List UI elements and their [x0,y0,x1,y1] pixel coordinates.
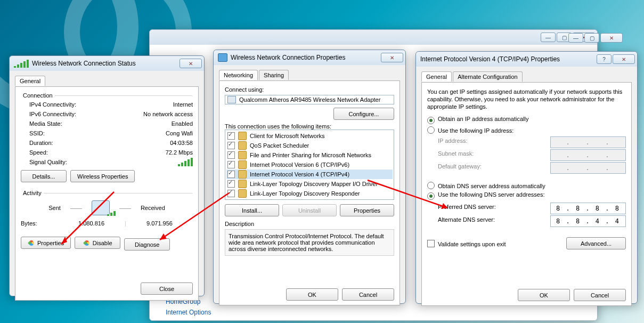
win3-close-button[interactable]: ✕ [613,54,635,64]
network-item[interactable]: Link-Layer Topology Discovery Mapper I/O… [226,179,393,189]
diagnose-button[interactable]: Diagnose [124,238,170,251]
tab-sharing[interactable]: Sharing [259,70,289,80]
preferred-dns-field[interactable]: 8 . 8 . 8 . 8 [550,203,626,214]
checkbox-icon[interactable] [227,171,235,178]
protocol-icon [238,160,247,169]
radio-use-ip[interactable]: Use the following IP address: [427,126,513,134]
wireless-status-window: Wireless Network Connection Status ✕ Gen… [9,55,205,296]
bg-min-button[interactable]: — [541,33,556,42]
cancel-button[interactable]: Cancel [342,288,394,301]
checkbox-icon[interactable] [227,132,235,140]
win1-close-button[interactable]: ✕ [180,59,202,68]
network-item[interactable]: Internet Protocol Version 6 (TCP/IPv6) [226,160,393,169]
checkbox-icon[interactable] [227,142,235,149]
item-properties-button[interactable]: Properties [340,204,394,216]
protocol-icon [238,170,247,179]
checkbox-icon[interactable] [227,161,235,168]
internet-options-link[interactable]: Internet Options [166,309,211,316]
network-item[interactable]: Link-Layer Topology Discovery Responder [226,189,393,198]
alternate-dns-field[interactable]: 8 . 8 . 4 . 4 [550,215,626,227]
radio-obtain-ip-auto[interactable]: Obtain an IP address automatically [427,116,528,122]
outer-close-button[interactable]: ✕ [600,33,623,43]
network-item[interactable]: File and Printer Sharing for Microsoft N… [226,150,393,160]
signal-quality-icon [178,158,193,166]
tab-networking[interactable]: Networking [219,70,258,80]
ok-button[interactable]: OK [518,289,570,301]
ip-address-field: . . . [550,136,626,148]
network-item[interactable]: Internet Protocol Version 4 (TCP/IPv4) [226,169,393,179]
close-button[interactable]: Close [141,282,193,295]
qos-icon [238,141,247,150]
disable-button[interactable]: Disable [75,237,120,249]
client-icon [238,132,247,140]
lltd-icon [238,189,247,198]
win3-help-button[interactable]: ? [597,54,612,64]
signal-icon [14,59,29,68]
adapter-field[interactable]: Qualcomm Atheros AR9485 Wireless Network… [225,95,394,104]
install-button[interactable]: Install... [225,204,279,216]
radio-obtain-dns-auto[interactable]: Obtain DNS server address automatically [427,183,545,189]
network-icon [218,53,227,62]
tab-general-ipv4[interactable]: General [421,71,452,82]
properties-button[interactable]: Properties [21,237,71,249]
outer-max-button[interactable]: ▢ [584,33,599,43]
configure-button[interactable]: Configure... [333,108,394,120]
description-box: Transmission Control Protocol/Internet P… [225,229,394,256]
checkbox-icon[interactable] [227,190,235,197]
ok-button[interactable]: OK [286,288,338,301]
fps-icon [238,151,247,159]
win1-title: Wireless Network Connection Status [32,60,180,67]
network-items-list[interactable]: Client for Microsoft NetworksQoS Packet … [225,130,394,200]
bytes-received-value: 9.071.956 [126,219,193,228]
checkbox-icon[interactable] [227,151,235,159]
adapter-icon [227,96,236,103]
details-button[interactable]: Details... [21,170,67,182]
ipv4-properties-window: Internet Protocol Version 4 (TCP/IPv4) P… [415,51,638,304]
validate-checkbox[interactable]: Validate settings upon exit [427,240,506,247]
outer-min-button[interactable]: — [568,33,583,43]
advanced-button[interactable]: Advanced... [566,237,626,249]
tab-general[interactable]: General [15,76,45,86]
checkbox-icon[interactable] [227,180,235,188]
connection-group: Connection IPv4 Connectivity:Internet IP… [21,92,193,185]
bytes-sent-value: 1.080.816 [58,219,125,228]
default-gateway-field: . . . [550,162,626,174]
shield-icon [83,239,91,247]
network-item[interactable]: Client for Microsoft Networks [226,131,393,141]
win2-title: Wireless Network Connection Properties [231,54,381,61]
uninstall-button: Uninstall [282,204,337,216]
cancel-button[interactable]: Cancel [574,289,626,301]
subnet-mask-field: . . . [550,149,626,161]
win3-title: Internet Protocol Version 4 (TCP/IPv4) P… [420,55,597,63]
monitor-icon [92,200,110,215]
intro-text: You can get IP settings assigned automat… [427,88,626,110]
activity-group: Activity Sent —— —— Received Bytes: 1.08… [21,190,193,231]
tab-alternate-config[interactable]: Alternate Configuration [453,71,523,82]
network-item[interactable]: QoS Packet Scheduler [226,141,393,150]
connection-properties-window: Wireless Network Connection Properties ✕… [213,50,406,304]
lltd-icon [238,180,247,188]
shield-icon [28,239,35,247]
win2-close-button[interactable]: ✕ [381,53,403,62]
radio-use-dns[interactable]: Use the following DNS server addresses: [427,191,545,200]
wireless-properties-button[interactable]: Wireless Properties [70,170,135,182]
